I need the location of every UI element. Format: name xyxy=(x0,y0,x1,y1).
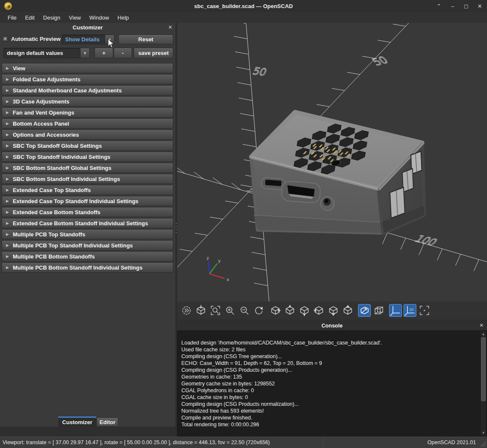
section-label: Extended Case Bottom Standoffs xyxy=(13,209,100,215)
section-bottom-access-panel[interactable]: ▶ Bottom Access Panel xyxy=(2,118,173,129)
menu-item-window[interactable]: Window xyxy=(85,13,113,23)
console-line: Total rendering time: 0:00:00.296 xyxy=(181,421,480,428)
section-sbc-top-standoff-individual-settings[interactable]: ▶ SBC Top Standoff Individual Settings xyxy=(2,152,173,162)
section-sbc-top-standoff-global-settings[interactable]: ▶ SBC Top Standoff Global Settings xyxy=(2,141,173,151)
automatic-preview-checkbox[interactable]: ✕ xyxy=(2,36,8,42)
section-label: Multiple PCB Bottom Standoffs xyxy=(13,253,95,260)
preset-value: design default values xyxy=(4,50,80,56)
console-line: Compiling design (CSG Tree generation)..… xyxy=(181,353,480,360)
resize-grip[interactable] xyxy=(480,441,486,447)
section-label: Multiple PCB Top Standoffs xyxy=(13,231,85,238)
console-close-icon[interactable]: ✕ xyxy=(478,322,484,328)
section-3d-case-adjustments[interactable]: ▶ 3D Case Adjustments xyxy=(2,96,173,106)
view-diagonal-button[interactable] xyxy=(358,304,371,317)
save-preset-button[interactable]: save preset xyxy=(134,48,173,58)
section-standard-motherboard-case-adjustments[interactable]: ▶ Standard Motherboard Case Adjustments xyxy=(2,85,173,95)
reset-button[interactable]: Reset xyxy=(118,34,173,44)
panel-tabs: Customizer Editor xyxy=(0,416,175,427)
minimize-button[interactable]: – xyxy=(448,1,457,11)
view-front-button[interactable] xyxy=(327,304,340,317)
shade-button[interactable]: ⌃ xyxy=(434,1,444,11)
view-front-icon xyxy=(328,305,339,316)
tab-customizer[interactable]: Customizer xyxy=(58,416,96,427)
reset-view-button[interactable] xyxy=(252,304,265,317)
console-scrollbar[interactable]: ▲ ▼ xyxy=(481,331,486,436)
section-label: SBC Top Standoff Global Settings xyxy=(13,143,102,149)
zoom-out-button[interactable] xyxy=(238,304,251,317)
zoom-in-button[interactable] xyxy=(223,304,236,317)
section-label: Folded Case Adjustments xyxy=(13,76,80,83)
scrollbar-thumb[interactable] xyxy=(481,337,486,401)
view-left-button[interactable] xyxy=(312,304,325,317)
console-line: Compiling design (CSG Products generatio… xyxy=(181,367,480,373)
zoom-fit-button[interactable] xyxy=(209,304,222,317)
section-extended-case-top-standoff-individual-settings[interactable]: ▶ Extended Case Top Standoff Individual … xyxy=(2,196,173,206)
maximize-button[interactable]: ◻ xyxy=(461,1,471,11)
section-sbc-bottom-standoff-individual-settings[interactable]: ▶ SBC Bottom Standoff Individual Setting… xyxy=(2,174,173,184)
console: Loaded design '/home/hominoid/CADCAM/sbc… xyxy=(177,330,487,437)
section-fan-and-vent-openings[interactable]: ▶ Fan and Vent Openings xyxy=(2,107,173,118)
automatic-preview-label: Automatic Preview xyxy=(11,36,60,42)
tab-editor[interactable]: Editor xyxy=(97,417,118,427)
section-label: Bottom Access Panel xyxy=(13,121,69,127)
console-line: CGAL cache size in bytes: 0 xyxy=(181,394,480,401)
menu-item-design[interactable]: Design xyxy=(39,13,64,23)
menu-item-file[interactable]: File xyxy=(3,13,21,23)
collapsed-arrow-icon: ▶ xyxy=(6,265,9,270)
section-extended-case-bottom-standoff-individual-settings[interactable]: ▶ Extended Case Bottom Standoff Individu… xyxy=(2,218,173,228)
section-label: Fan and Vent Openings xyxy=(13,109,74,116)
section-label: SBC Bottom Standoff Individual Settings xyxy=(13,176,120,182)
version-text: OpenSCAD 2021.01 xyxy=(427,439,476,445)
zoom-all-button[interactable] xyxy=(180,304,193,317)
section-multiple-pcb-bottom-standoffs[interactable]: ▶ Multiple PCB Bottom Standoffs xyxy=(2,251,173,261)
section-sbc-bottom-standoff-global-settings[interactable]: ▶ SBC Bottom Standoff Global Settings xyxy=(2,163,173,173)
add-preset-button[interactable]: + xyxy=(95,48,113,58)
menu-item-view[interactable]: View xyxy=(65,13,85,23)
collapsed-arrow-icon: ▶ xyxy=(6,132,9,137)
collapsed-arrow-icon: ▶ xyxy=(6,243,9,247)
z-axis-label: z xyxy=(206,256,209,261)
show-details-dropdown[interactable]: Show Details ▼ xyxy=(62,34,115,44)
section-multiple-pcb-bottom-standoff-individual-settings[interactable]: ▶ Multiple PCB Bottom Standoff Individua… xyxy=(2,262,173,273)
remove-preset-button[interactable]: - xyxy=(114,48,132,58)
customizer-close-icon[interactable]: ✕ xyxy=(167,24,174,31)
view-top-button[interactable] xyxy=(284,304,296,317)
section-view[interactable]: ▶ View xyxy=(2,63,173,73)
view-bottom-button[interactable] xyxy=(298,304,311,317)
view-orthogonal-button[interactable] xyxy=(372,304,385,317)
section-extended-case-top-standoffs[interactable]: ▶ Extended Case Top Standoffs xyxy=(2,185,173,195)
menu-item-help[interactable]: Help xyxy=(113,13,133,23)
section-multiple-pcb-top-standoff-individual-settings[interactable]: ▶ Multiple PCB Top Standoff Individual S… xyxy=(2,240,173,250)
menu-item-edit[interactable]: Edit xyxy=(21,13,39,23)
view-right-button[interactable] xyxy=(269,304,282,317)
console-line: CGAL Polyhedrons in cache: 0 xyxy=(181,387,480,394)
view-back-button[interactable] xyxy=(341,304,354,317)
section-label: SBC Bottom Standoff Global Settings xyxy=(13,165,112,171)
view-bottom-icon xyxy=(299,305,310,316)
zoom-in-icon xyxy=(224,305,235,316)
preset-dropdown[interactable]: design default values ▼ xyxy=(3,48,90,58)
section-extended-case-bottom-standoffs[interactable]: ▶ Extended Case Bottom Standoffs xyxy=(2,207,173,217)
view-all-button[interactable] xyxy=(195,304,207,317)
scroll-up-icon[interactable]: ▲ xyxy=(481,331,486,337)
collapsed-arrow-icon: ▶ xyxy=(6,77,9,81)
show-scale-markers-button[interactable]: 10 xyxy=(404,304,416,317)
collapsed-arrow-icon: ▶ xyxy=(6,254,9,258)
section-label: Extended Case Bottom Standoff Individual… xyxy=(13,220,148,227)
show-axes-button[interactable] xyxy=(389,304,402,317)
section-multiple-pcb-top-standoffs[interactable]: ▶ Multiple PCB Top Standoffs xyxy=(2,229,173,239)
scroll-down-icon[interactable]: ▼ xyxy=(481,430,486,436)
show-crosshairs-button[interactable] xyxy=(418,304,431,317)
customizer-title: Customizer xyxy=(0,24,175,31)
section-folded-case-adjustments[interactable]: ▶ Folded Case Adjustments xyxy=(2,74,173,84)
3d-viewport[interactable]: 50 50 100 xyxy=(177,23,487,302)
zoom-out-icon xyxy=(239,305,250,316)
customizer-row-1: ✕ Automatic Preview Show Details ▼ Reset xyxy=(0,34,175,45)
collapsed-arrow-icon: ▶ xyxy=(6,210,9,214)
section-options-and-accessories[interactable]: ▶ Options and Accessories xyxy=(2,129,173,140)
collapsed-arrow-icon: ▶ xyxy=(6,155,9,159)
collapsed-arrow-icon: ▶ xyxy=(6,121,9,126)
section-label: Multiple PCB Top Standoff Individual Set… xyxy=(13,242,133,249)
zoom-all-icon xyxy=(181,305,192,316)
close-button[interactable]: ✕ xyxy=(475,1,484,11)
